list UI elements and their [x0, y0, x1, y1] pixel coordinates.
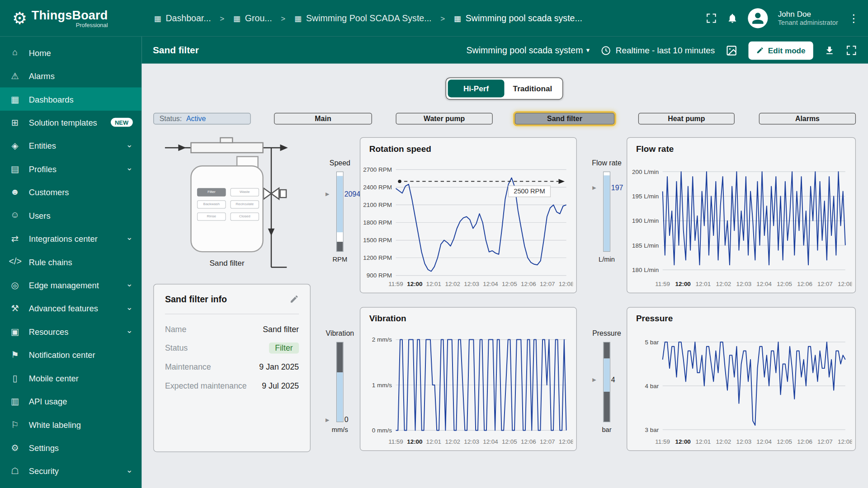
fullscreen-icon[interactable]: [706, 13, 717, 23]
scada-mode-rinse[interactable]: Rinse: [197, 212, 226, 221]
svg-text:12:00: 12:00: [407, 438, 422, 445]
svg-text:190 L/min: 190 L/min: [632, 217, 659, 224]
nav-button-heat-pump[interactable]: Heat pump: [638, 113, 735, 125]
user-avatar[interactable]: [748, 8, 768, 28]
rule-chains-icon: </>: [9, 257, 21, 267]
white-labeling-icon: ⚐: [9, 419, 21, 430]
screenshot-image-icon[interactable]: [726, 45, 738, 56]
edit-mode-button[interactable]: Edit mode: [749, 41, 813, 59]
status-label: Status:: [160, 114, 182, 122]
edit-pencil-icon[interactable]: [289, 294, 299, 304]
rotation-speed-chart: 2700 RPM2400 RPM2100 RPM1800 RPM1500 RPM…: [362, 159, 573, 289]
mobile-center-icon: ▯: [9, 373, 21, 383]
svg-text:12:05: 12:05: [777, 281, 792, 287]
svg-text:12:07: 12:07: [817, 438, 833, 445]
scada-label: Sand filter: [150, 258, 305, 267]
gauge-segment: [604, 358, 609, 392]
sidebar-item-integrations-center[interactable]: ⇄ Integrations center⌄: [0, 227, 142, 250]
dashboard-grid-icon: ▦: [233, 14, 241, 23]
svg-text:12:06: 12:06: [521, 438, 536, 445]
sidebar-item-dashboards[interactable]: ▦ Dashboards: [0, 87, 142, 110]
sidebar-item-label: Rule chains: [29, 257, 133, 267]
gauge-pointer-icon: ▶: [592, 377, 596, 382]
nav-button-main[interactable]: Main: [274, 113, 372, 125]
nav-button-alarms[interactable]: Alarms: [759, 113, 856, 125]
dashboard-state-select[interactable]: Swimming pool scada system ▾: [466, 45, 590, 55]
sidebar-item-users[interactable]: ☺ Users: [0, 204, 142, 227]
sidebar-item-resources[interactable]: ▣ Resources⌄: [0, 320, 142, 343]
sidebar-item-home[interactable]: ⌂ Home: [0, 41, 142, 64]
top-header: ⚙ ThingsBoard Professional ▦Dashboar...>…: [0, 0, 868, 37]
sand-filter-info-card: Sand filter info Name Sand filter Status…: [153, 284, 311, 452]
info-row: Name Sand filter: [165, 320, 299, 339]
svg-text:185 L/min: 185 L/min: [632, 242, 659, 249]
toolbar-actions: Swimming pool scada system ▾ Realtime - …: [466, 41, 857, 59]
scada-mode-closed[interactable]: Closed: [230, 212, 259, 221]
svg-text:1200 RPM: 1200 RPM: [363, 254, 392, 261]
sidebar-item-rule-chains[interactable]: </> Rule chains: [0, 250, 142, 273]
gauge-segment: [337, 343, 343, 373]
scada-mode-filter[interactable]: Filter: [197, 188, 226, 196]
sidebar-item-settings[interactable]: ⚙ Settings: [0, 436, 142, 459]
timewindow-button[interactable]: Realtime - last 10 minutes: [601, 45, 715, 56]
sidebar-item-edge-management[interactable]: ◎ Edge management⌄: [0, 273, 142, 296]
vibration-chart: 2 mm/s1 mm/s0 mm/s11:5912:0012:0112:0212…: [362, 328, 573, 447]
svg-text:11:59: 11:59: [388, 438, 403, 445]
sidebar-item-advanced-features[interactable]: ⚒ Advanced features⌄: [0, 296, 142, 319]
nav-button-water-pump[interactable]: Water pump: [396, 113, 493, 125]
gauge-bar: ▶ 2094: [318, 172, 362, 252]
sidebar-item-mobile-center[interactable]: ▯ Mobile center: [0, 366, 142, 389]
scada-mode-backwash[interactable]: Backwash: [197, 200, 226, 208]
svg-text:12:06: 12:06: [521, 281, 536, 287]
sidebar-item-solution-templates[interactable]: ⊞ Solution templatesNEW: [0, 111, 142, 134]
gauge-value: 4: [611, 375, 615, 384]
breadcrumb-item[interactable]: ▦Swimming Pool SCADA Syste...: [294, 13, 432, 23]
gauge-value: 0: [344, 416, 349, 424]
svg-text:11:59: 11:59: [655, 281, 670, 287]
chart-title: Rotation speed: [360, 138, 576, 155]
sidebar-item-label: Solution templates: [29, 117, 103, 127]
scada-mode-waste[interactable]: Waste: [230, 188, 259, 196]
toggle-option-traditional[interactable]: Traditional: [505, 80, 561, 97]
kebab-menu-icon[interactable]: ⋮: [848, 12, 859, 25]
advanced-features-icon: ⚒: [9, 303, 21, 313]
breadcrumb-item[interactable]: ▦Grou...: [233, 13, 272, 23]
sidebar-item-api-usage[interactable]: ▥ API usage: [0, 389, 142, 413]
sidebar-item-security[interactable]: ☖ Security⌄: [0, 459, 142, 482]
breadcrumb-item[interactable]: ▦Swimming pool scada syste...: [454, 13, 582, 23]
download-icon[interactable]: [824, 45, 835, 56]
toggle-option-hi-perf[interactable]: Hi-Perf: [448, 80, 505, 97]
info-row: Status Filter: [165, 338, 299, 357]
toolbar-fullscreen-icon[interactable]: [846, 45, 857, 56]
sidebar-item-entities[interactable]: ◈ Entities⌄: [0, 134, 142, 157]
sidebar-item-notification-center[interactable]: ⚑ Notification center: [0, 343, 142, 366]
info-row-value: Filter: [269, 343, 299, 353]
scada-mode-recirculate[interactable]: Recirculate: [230, 200, 259, 208]
svg-text:12:08: 12:08: [559, 281, 573, 287]
thingsboard-logo-icon: ⚙: [12, 10, 27, 27]
sidebar-item-customers[interactable]: ☻ Customers: [0, 180, 142, 203]
breadcrumb-item[interactable]: ▦Dashboar...: [154, 13, 211, 23]
sand-filter-scada: FilterWasteBackwashRecirculateRinseClose…: [150, 136, 316, 279]
sidebar-item-profiles[interactable]: ▤ Profiles⌄: [0, 157, 142, 180]
valve-icon: [264, 188, 271, 199]
svg-text:12:02: 12:02: [716, 438, 731, 445]
dashboard-grid-icon: ▦: [454, 14, 461, 23]
nav-button-sand-filter[interactable]: Sand filter: [515, 113, 614, 125]
notifications-bell-icon[interactable]: [727, 13, 738, 23]
svg-text:12:00: 12:00: [675, 438, 690, 445]
sidebar-item-alarms[interactable]: ⚠ Alarms: [0, 64, 142, 87]
sidebar-item-white-labeling[interactable]: ⚐ White labeling: [0, 413, 142, 436]
svg-text:12:00: 12:00: [407, 281, 422, 287]
gauge-bar: ▶ 4: [585, 342, 629, 422]
svg-text:12:04: 12:04: [756, 281, 772, 287]
flow-arrow-right: [280, 145, 288, 151]
sidebar-item-label: API usage: [29, 396, 133, 406]
gauge-pointer-icon: ▶: [592, 185, 596, 190]
info-row-value: 9 Jan 2025: [259, 362, 299, 371]
speed-gauge: Speed ▶ 2094 RPM: [318, 159, 362, 263]
sidebar-item-label: Mobile center: [29, 373, 133, 383]
sidebar-item-label: Profiles: [29, 164, 118, 174]
gauge-bar: ▶ 0: [318, 342, 362, 422]
app-logo[interactable]: ⚙ ThingsBoard Professional: [0, 8, 142, 28]
